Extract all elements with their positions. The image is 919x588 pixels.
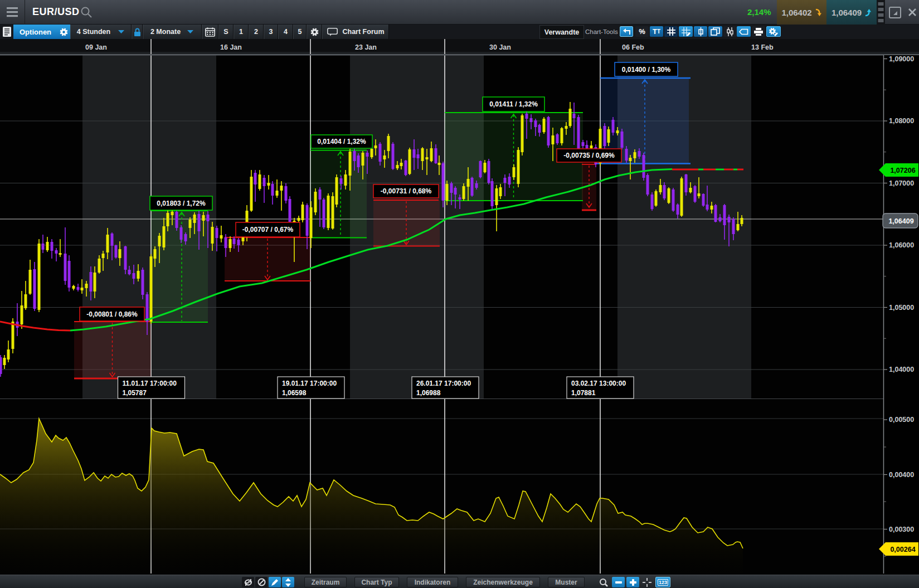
svg-text:0,01404 / 1,32%: 0,01404 / 1,32% (317, 138, 366, 145)
svg-text:0,00264: 0,00264 (890, 546, 915, 553)
svg-text:0,01803 / 1,72%: 0,01803 / 1,72% (157, 200, 206, 207)
svg-text:19.01.17 17:00:00: 19.01.17 17:00:00 (282, 380, 337, 387)
svg-text:09 Jan: 09 Jan (85, 43, 107, 51)
svg-text:16 Jan: 16 Jan (220, 43, 242, 51)
svg-text:1,06409: 1,06409 (888, 217, 913, 225)
svg-text:06 Feb: 06 Feb (622, 43, 644, 51)
svg-text:11.01.17 17:00:00: 11.01.17 17:00:00 (123, 380, 177, 387)
svg-text:1,05000: 1,05000 (889, 304, 914, 312)
svg-text:1,06988: 1,06988 (416, 389, 441, 397)
svg-text:23 Jan: 23 Jan (355, 43, 377, 51)
svg-text:0,01411 / 1,32%: 0,01411 / 1,32% (489, 100, 538, 108)
svg-text:1,07206: 1,07206 (890, 167, 915, 174)
svg-text:30 Jan: 30 Jan (489, 43, 511, 51)
svg-text:0,00500: 0,00500 (889, 416, 914, 424)
svg-text:-0,00707 / 0,67%: -0,00707 / 0,67% (242, 226, 294, 234)
svg-text:1,09000: 1,09000 (889, 55, 914, 63)
svg-text:0,00400: 0,00400 (889, 471, 914, 479)
svg-text:0,01400 / 1,30%: 0,01400 / 1,30% (622, 66, 671, 74)
svg-text:26.01.17 17:00:00: 26.01.17 17:00:00 (416, 380, 471, 387)
svg-text:1,04000: 1,04000 (889, 366, 914, 373)
svg-text:-0,00735 / 0,69%: -0,00735 / 0,69% (563, 152, 615, 159)
svg-text:-0,00801 / 0,86%: -0,00801 / 0,86% (86, 310, 138, 318)
svg-text:1,06000: 1,06000 (889, 241, 914, 249)
svg-text:1,08000: 1,08000 (889, 117, 914, 125)
svg-text:13 Feb: 13 Feb (751, 43, 774, 51)
svg-text:03.02.17 13:00:00: 03.02.17 13:00:00 (571, 380, 626, 387)
svg-text:1,06598: 1,06598 (282, 389, 307, 397)
svg-text:-0,00731 / 0,68%: -0,00731 / 0,68% (381, 187, 432, 195)
svg-text:1,05787: 1,05787 (123, 389, 147, 397)
svg-text:1,07000: 1,07000 (889, 179, 914, 187)
svg-text:1,07881: 1,07881 (571, 389, 596, 397)
svg-text:0,00300: 0,00300 (889, 526, 914, 533)
